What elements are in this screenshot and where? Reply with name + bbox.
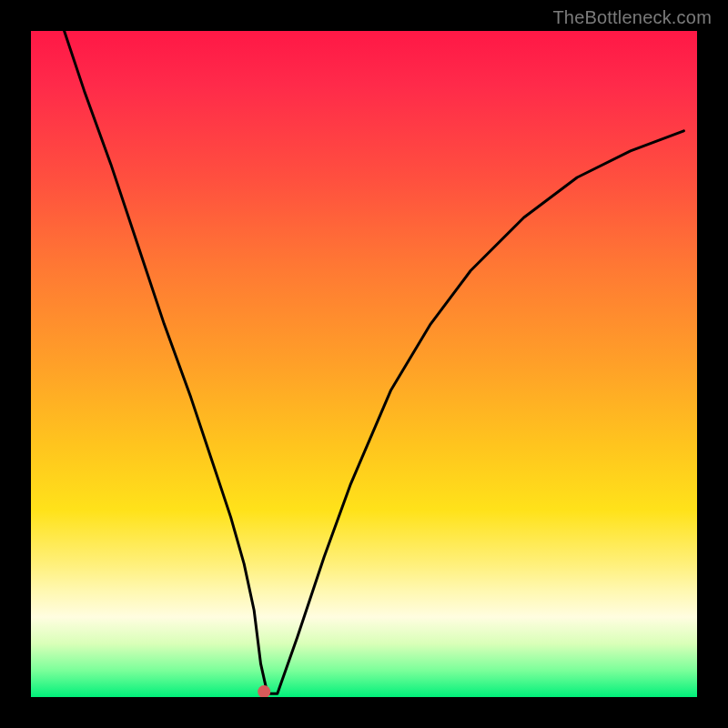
chart-overlay — [31, 31, 697, 697]
chart-container: TheBottleneck.com — [0, 0, 728, 728]
curve-path — [65, 31, 684, 693]
plot-area — [31, 31, 697, 697]
watermark-text: TheBottleneck.com — [552, 7, 712, 28]
marker-dot — [258, 685, 270, 697]
